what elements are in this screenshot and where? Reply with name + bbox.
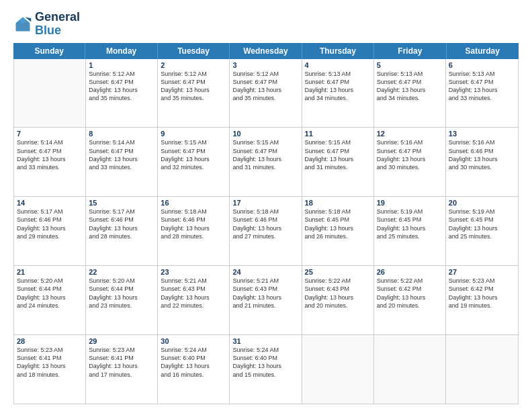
cell-info: Sunrise: 5:16 AMSunset: 6:47 PMDaylight:… [377, 138, 443, 171]
day-number: 26 [377, 268, 443, 276]
day-number: 9 [161, 130, 226, 138]
cal-cell: 29Sunrise: 5:23 AMSunset: 6:41 PMDayligh… [86, 335, 158, 404]
day-number: 20 [449, 199, 515, 207]
day-number: 6 [449, 61, 515, 69]
day-number: 18 [305, 199, 371, 207]
cell-info: Sunrise: 5:20 AMSunset: 6:44 PMDaylight:… [17, 277, 83, 310]
cell-info: Sunrise: 5:19 AMSunset: 6:45 PMDaylight:… [449, 208, 515, 240]
day-number: 4 [305, 61, 371, 69]
cal-cell: 12Sunrise: 5:16 AMSunset: 6:47 PMDayligh… [374, 128, 446, 196]
cal-cell: 20Sunrise: 5:19 AMSunset: 6:45 PMDayligh… [446, 197, 518, 265]
cal-cell: 24Sunrise: 5:21 AMSunset: 6:43 PMDayligh… [230, 266, 302, 334]
calendar-row-5: 28Sunrise: 5:23 AMSunset: 6:41 PMDayligh… [14, 335, 518, 404]
cal-cell: 6Sunrise: 5:13 AMSunset: 6:47 PMDaylight… [446, 59, 518, 128]
day-number: 25 [305, 268, 371, 276]
header-cell-monday: Monday [85, 43, 157, 59]
cal-cell: 31Sunrise: 5:24 AMSunset: 6:40 PMDayligh… [230, 335, 302, 404]
page-header: General Blue [13, 11, 519, 38]
cell-info: Sunrise: 5:18 AMSunset: 6:46 PMDaylight:… [161, 208, 226, 240]
day-number: 14 [17, 199, 83, 207]
cell-info: Sunrise: 5:15 AMSunset: 6:47 PMDaylight:… [232, 138, 298, 171]
calendar-row-3: 14Sunrise: 5:17 AMSunset: 6:46 PMDayligh… [14, 197, 518, 266]
cal-cell [302, 335, 374, 404]
cal-cell: 17Sunrise: 5:18 AMSunset: 6:46 PMDayligh… [230, 197, 302, 265]
cal-cell: 28Sunrise: 5:23 AMSunset: 6:41 PMDayligh… [14, 335, 86, 404]
cal-cell: 5Sunrise: 5:13 AMSunset: 6:47 PMDaylight… [374, 59, 446, 128]
header-cell-saturday: Saturday [447, 43, 519, 59]
cal-cell: 21Sunrise: 5:20 AMSunset: 6:44 PMDayligh… [14, 266, 86, 334]
cal-cell: 7Sunrise: 5:14 AMSunset: 6:47 PMDaylight… [14, 128, 86, 196]
cell-info: Sunrise: 5:21 AMSunset: 6:43 PMDaylight:… [232, 277, 298, 310]
cell-info: Sunrise: 5:18 AMSunset: 6:46 PMDaylight:… [232, 208, 298, 240]
cell-info: Sunrise: 5:12 AMSunset: 6:47 PMDaylight:… [232, 70, 298, 103]
header-cell-thursday: Thursday [302, 43, 374, 59]
day-number: 8 [89, 130, 154, 138]
header-cell-tuesday: Tuesday [158, 43, 230, 59]
cell-info: Sunrise: 5:16 AMSunset: 6:46 PMDaylight:… [449, 138, 515, 171]
cal-cell: 13Sunrise: 5:16 AMSunset: 6:46 PMDayligh… [446, 128, 518, 196]
calendar-row-4: 21Sunrise: 5:20 AMSunset: 6:44 PMDayligh… [14, 266, 518, 335]
calendar: SundayMondayTuesdayWednesdayThursdayFrid… [13, 43, 519, 404]
cell-info: Sunrise: 5:12 AMSunset: 6:47 PMDaylight:… [161, 70, 226, 103]
day-number: 24 [232, 268, 298, 276]
cell-info: Sunrise: 5:12 AMSunset: 6:47 PMDaylight:… [89, 70, 154, 103]
day-number: 5 [377, 61, 443, 69]
cal-cell: 2Sunrise: 5:12 AMSunset: 6:47 PMDaylight… [158, 59, 230, 128]
day-number: 27 [449, 268, 515, 276]
header-cell-friday: Friday [374, 43, 446, 59]
cell-info: Sunrise: 5:19 AMSunset: 6:45 PMDaylight:… [377, 208, 443, 240]
cell-info: Sunrise: 5:13 AMSunset: 6:47 PMDaylight:… [305, 70, 371, 103]
header-cell-sunday: Sunday [13, 43, 85, 59]
cell-info: Sunrise: 5:14 AMSunset: 6:47 PMDaylight:… [17, 138, 83, 171]
cell-info: Sunrise: 5:23 AMSunset: 6:42 PMDaylight:… [449, 277, 515, 310]
day-number: 31 [232, 337, 298, 345]
day-number: 21 [17, 268, 83, 276]
cell-info: Sunrise: 5:13 AMSunset: 6:47 PMDaylight:… [449, 70, 515, 103]
day-number: 3 [232, 61, 298, 69]
cal-cell: 27Sunrise: 5:23 AMSunset: 6:42 PMDayligh… [446, 266, 518, 334]
cell-info: Sunrise: 5:18 AMSunset: 6:45 PMDaylight:… [305, 208, 371, 240]
day-number: 13 [449, 130, 515, 138]
day-number: 28 [17, 337, 83, 345]
cell-info: Sunrise: 5:24 AMSunset: 6:40 PMDaylight:… [161, 346, 226, 379]
calendar-row-1: 1Sunrise: 5:12 AMSunset: 6:47 PMDaylight… [14, 59, 518, 128]
calendar-body: 1Sunrise: 5:12 AMSunset: 6:47 PMDaylight… [13, 59, 519, 404]
cal-cell: 22Sunrise: 5:20 AMSunset: 6:44 PMDayligh… [86, 266, 158, 334]
cell-info: Sunrise: 5:23 AMSunset: 6:41 PMDaylight:… [89, 346, 154, 379]
cal-cell: 9Sunrise: 5:15 AMSunset: 6:47 PMDaylight… [158, 128, 230, 196]
cal-cell: 10Sunrise: 5:15 AMSunset: 6:47 PMDayligh… [230, 128, 302, 196]
day-number: 17 [232, 199, 298, 207]
day-number: 7 [17, 130, 83, 138]
day-number: 30 [161, 337, 226, 345]
calendar-page: General Blue SundayMondayTuesdayWednesda… [0, 0, 532, 411]
cal-cell: 8Sunrise: 5:14 AMSunset: 6:47 PMDaylight… [86, 128, 158, 196]
day-number: 16 [161, 199, 226, 207]
cal-cell: 1Sunrise: 5:12 AMSunset: 6:47 PMDaylight… [86, 59, 158, 128]
cal-cell: 25Sunrise: 5:22 AMSunset: 6:43 PMDayligh… [302, 266, 374, 334]
cell-info: Sunrise: 5:23 AMSunset: 6:41 PMDaylight:… [17, 346, 83, 379]
cell-info: Sunrise: 5:21 AMSunset: 6:43 PMDaylight:… [161, 277, 226, 310]
header-cell-wednesday: Wednesday [230, 43, 302, 59]
cal-cell [14, 59, 86, 128]
cal-cell [374, 335, 446, 404]
day-number: 10 [232, 130, 298, 138]
day-number: 19 [377, 199, 443, 207]
cal-cell: 30Sunrise: 5:24 AMSunset: 6:40 PMDayligh… [158, 335, 230, 404]
day-number: 12 [377, 130, 443, 138]
cal-cell: 19Sunrise: 5:19 AMSunset: 6:45 PMDayligh… [374, 197, 446, 265]
cal-cell: 11Sunrise: 5:15 AMSunset: 6:47 PMDayligh… [302, 128, 374, 196]
day-number: 23 [161, 268, 226, 276]
cal-cell: 16Sunrise: 5:18 AMSunset: 6:46 PMDayligh… [158, 197, 230, 265]
logo: General Blue [13, 11, 80, 38]
cal-cell [446, 335, 518, 404]
cell-info: Sunrise: 5:14 AMSunset: 6:47 PMDaylight:… [89, 138, 154, 171]
cell-info: Sunrise: 5:24 AMSunset: 6:40 PMDaylight:… [232, 346, 298, 379]
cal-cell: 4Sunrise: 5:13 AMSunset: 6:47 PMDaylight… [302, 59, 374, 128]
calendar-row-2: 7Sunrise: 5:14 AMSunset: 6:47 PMDaylight… [14, 128, 518, 197]
day-number: 1 [89, 61, 154, 69]
day-number: 11 [305, 130, 371, 138]
cal-cell: 26Sunrise: 5:22 AMSunset: 6:42 PMDayligh… [374, 266, 446, 334]
cal-cell: 18Sunrise: 5:18 AMSunset: 6:45 PMDayligh… [302, 197, 374, 265]
cell-info: Sunrise: 5:22 AMSunset: 6:43 PMDaylight:… [305, 277, 371, 310]
day-number: 29 [89, 337, 154, 345]
